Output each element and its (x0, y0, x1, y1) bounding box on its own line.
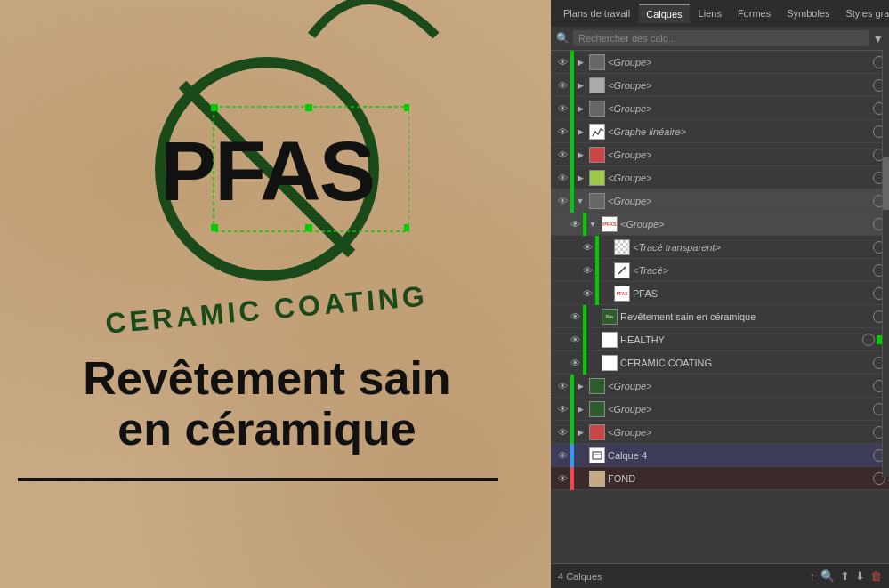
expand-icon[interactable]: ▶ (574, 149, 586, 161)
bottom-separator (18, 478, 498, 481)
layer-row[interactable]: 👁 ▶ <Groupe> (551, 398, 889, 421)
layer-row-fond[interactable]: 👁 ▶ FOND (551, 467, 889, 490)
svg-rect-14 (593, 474, 602, 483)
visibility-icon[interactable]: 👁 (567, 309, 583, 325)
scrollbar-track[interactable] (882, 50, 889, 477)
expand-icon[interactable]: ▶ (574, 172, 586, 184)
layer-name: <Tracé> (633, 265, 871, 276)
target-circle[interactable] (862, 334, 875, 346)
visibility-icon[interactable]: 👁 (554, 401, 570, 417)
layer-row[interactable]: 👁 ▶ <Groupe> (551, 51, 889, 74)
visibility-icon[interactable]: 👁 (579, 262, 595, 278)
layer-row[interactable]: 👁 ▶ <Groupe> (551, 143, 889, 166)
layer-name: <Groupe> (608, 80, 871, 91)
expand-icon[interactable]: ▶ (574, 403, 586, 415)
layer-row[interactable]: 👁 ▶ <Groupe> (551, 74, 889, 97)
expand-icon[interactable]: ▶ (574, 79, 586, 92)
layer-row[interactable]: 👁 ▶ <Groupe> (551, 375, 889, 398)
svg-rect-7 (211, 224, 218, 231)
layer-row[interactable]: 👁 ▶ <Groupe> (551, 421, 889, 444)
layer-thumbnail (589, 447, 605, 463)
layer-name: <Groupe> (608, 173, 871, 183)
svg-line-11 (618, 267, 626, 274)
layer-name: <Groupe> (608, 427, 871, 438)
layer-row[interactable]: 👁 ▼ PFAS <Groupe> (551, 213, 889, 236)
move-up-button[interactable]: ⬆ (840, 569, 850, 583)
svg-rect-9 (305, 104, 312, 111)
visibility-icon[interactable]: 👁 (554, 170, 570, 186)
layer-thumbnail (614, 262, 630, 278)
layer-row[interactable]: 👁 ▼ <Groupe> (551, 189, 889, 213)
visibility-icon[interactable]: 👁 (567, 332, 583, 348)
filter-icon[interactable]: ▼ (872, 32, 884, 45)
tab-calques[interactable]: Calques (639, 4, 689, 23)
move-down-button[interactable]: ⬇ (855, 569, 865, 583)
search-layers-button[interactable]: 🔍 (820, 569, 835, 583)
search-input[interactable] (573, 30, 869, 46)
tab-liens[interactable]: Liens (691, 4, 729, 22)
layer-thumbnail (589, 378, 605, 394)
visibility-icon[interactable]: 👁 (579, 286, 595, 302)
layer-thumbnail (589, 401, 605, 417)
layer-row[interactable]: 👁 ▶ <Tracé transparent> (551, 236, 889, 259)
visibility-icon[interactable]: 👁 (579, 239, 595, 255)
svg-text:PFAS: PFAS (160, 124, 374, 218)
layer-name: FOND (608, 473, 871, 484)
visibility-icon[interactable]: 👁 (554, 54, 570, 70)
visibility-icon[interactable]: 👁 (554, 378, 570, 394)
visibility-icon[interactable]: 👁 (567, 355, 583, 371)
layer-row-pfas[interactable]: 👁 ▶ PFAS PFAS (551, 282, 889, 305)
visibility-icon[interactable]: 👁 (554, 147, 570, 163)
layer-thumbnail (602, 355, 618, 371)
layer-row-healthy[interactable]: 👁 ▶ HEALTHY (551, 328, 889, 351)
svg-rect-10 (305, 224, 312, 231)
layer-name: <Groupe> (608, 149, 871, 160)
layer-row-calque4[interactable]: 👁 ▶ Calque 4 (551, 444, 889, 467)
layer-name: <Groupe> (608, 57, 871, 68)
visibility-icon[interactable]: 👁 (554, 124, 570, 140)
visibility-icon[interactable]: 👁 (567, 216, 583, 232)
expand-icon[interactable]: ▼ (574, 195, 586, 207)
expand-icon[interactable]: ▶ (574, 102, 586, 115)
layer-row-ceramic[interactable]: 👁 ▶ CERAMIC COATING (551, 351, 889, 375)
svg-rect-5 (211, 104, 218, 111)
expand-icon[interactable]: ▶ (574, 125, 586, 138)
layer-name: CERAMIC COATING (620, 358, 871, 368)
layer-row[interactable]: 👁 ▶ <Groupe> (551, 97, 889, 120)
svg-rect-6 (404, 104, 409, 111)
visibility-icon[interactable]: 👁 (554, 77, 570, 93)
layers-list: 👁 ▶ <Groupe> 👁 ▶ <Groupe> 👁 ▶ <Groupe> (551, 51, 889, 563)
expand-icon[interactable]: ▶ (574, 426, 586, 439)
visibility-icon[interactable]: 👁 (554, 193, 570, 209)
panel-tabs: Plans de travail Calques Liens Formes Sy… (551, 0, 889, 27)
expand-icon[interactable]: ▶ (574, 56, 586, 68)
layer-name: <Groupe> (620, 219, 871, 230)
visibility-icon[interactable]: 👁 (554, 447, 570, 463)
visibility-icon[interactable]: 👁 (554, 424, 570, 440)
panel-footer: 4 Calques ↑ 🔍 ⬆ ⬇ 🗑 (551, 563, 889, 588)
visibility-icon[interactable]: 👁 (554, 101, 570, 117)
layer-name: <Graphe linéaire> (608, 126, 871, 137)
layer-thumbnail (589, 424, 605, 440)
expand-icon[interactable]: ▼ (586, 218, 599, 230)
layer-row[interactable]: 👁 ▶ <Graphe linéaire> (551, 120, 889, 143)
layer-thumbnail (589, 54, 605, 70)
tab-styles[interactable]: Styles graphique (838, 4, 889, 22)
layer-name: HEALTHY (620, 334, 861, 345)
layer-row-revetement[interactable]: 👁 ▶ Rev Revêtement sain en céramique (551, 305, 889, 328)
layer-row[interactable]: 👁 ▶ <Groupe> (551, 166, 889, 189)
tab-plans[interactable]: Plans de travail (556, 4, 637, 22)
delete-layer-button[interactable]: 🗑 (870, 569, 882, 583)
layer-thumbnail (602, 332, 618, 348)
scrollbar-thumb[interactable] (883, 157, 889, 210)
tab-formes[interactable]: Formes (731, 4, 778, 22)
layer-row[interactable]: 👁 ▶ <Tracé> (551, 259, 889, 282)
layers-panel: Plans de travail Calques Liens Formes Sy… (551, 0, 889, 588)
expand-icon[interactable]: ▶ (574, 380, 586, 392)
tab-symboles[interactable]: Symboles (780, 4, 836, 22)
add-layer-button[interactable]: ↑ (810, 569, 816, 583)
layer-name: Revêtement sain en céramique (620, 311, 871, 322)
layer-thumbnail: PFAS (602, 216, 618, 232)
visibility-icon[interactable]: 👁 (554, 471, 570, 487)
layer-name: Calque 4 (608, 450, 871, 461)
